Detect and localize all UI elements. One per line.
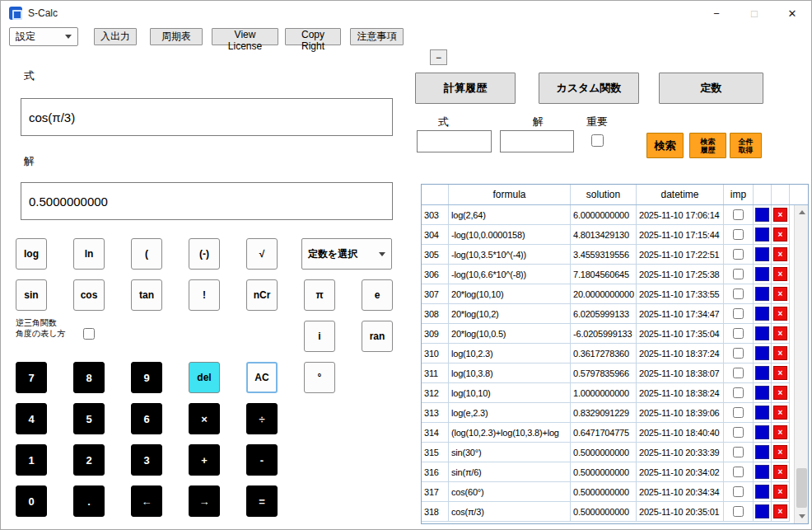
row-delete-button[interactable]: × [773,287,787,301]
key-open-paren[interactable]: ( [131,238,162,270]
row-blue-button[interactable] [755,346,769,360]
key-8[interactable]: 8 [73,362,105,393]
row-blue-button[interactable] [755,247,769,261]
header-imp[interactable]: imp [724,185,754,204]
row-delete-button[interactable]: × [773,307,787,321]
table-row[interactable]: 313 log(e,2.3) 0.8329091229 2025-11-10 1… [422,403,790,423]
vertical-scrollbar[interactable] [794,205,808,523]
key-factorial[interactable]: ! [189,279,220,311]
scroll-thumb[interactable] [796,468,807,508]
table-row[interactable]: 307 20*log(10,10) 20.0000000000 2025-11-… [422,284,790,304]
key-2[interactable]: 2 [73,444,105,476]
row-blue-button[interactable] [755,267,769,281]
row-blue-button[interactable] [755,227,769,242]
header-solution[interactable]: solution [571,185,637,204]
row-blue-button[interactable] [755,326,769,340]
row-imp-checkbox[interactable] [733,407,744,418]
table-row[interactable]: 304 -log(10,0.0000158) 4.8013429130 2025… [422,225,790,245]
row-imp-checkbox[interactable] [733,209,744,220]
key-e[interactable]: e [362,279,393,311]
table-row[interactable]: 306 -log(10,6.6*10^(-8)) 7.1804560645 20… [422,265,790,284]
row-delete-button[interactable]: × [773,485,787,499]
key-divide[interactable]: ÷ [246,403,278,434]
key-right-arrow[interactable]: → [189,485,220,517]
key-ncr[interactable]: nCr [246,279,278,311]
row-imp-checkbox[interactable] [733,486,744,497]
row-blue-button[interactable] [755,366,769,380]
inverse-trig-checkbox[interactable] [83,328,95,340]
io-button[interactable]: 入出力 [94,28,137,45]
copyright-button[interactable]: Copy Right [285,28,341,45]
row-blue-button[interactable] [755,504,769,518]
table-row[interactable]: 311 log(10,3.8) 0.5797835966 2025-11-10 … [422,363,790,383]
row-blue-button[interactable] [755,307,769,321]
row-blue-button[interactable] [755,465,769,479]
row-delete-button[interactable]: × [773,267,787,281]
row-delete-button[interactable]: × [773,386,787,400]
row-delete-button[interactable]: × [773,208,787,222]
row-imp-checkbox[interactable] [733,249,744,260]
row-imp-checkbox[interactable] [733,288,744,299]
key-1[interactable]: 1 [16,444,47,476]
row-blue-button[interactable] [755,287,769,301]
key-degree[interactable]: ° [304,362,335,393]
settings-dropdown[interactable]: 設定 [9,27,78,46]
row-imp-checkbox[interactable] [733,387,744,398]
table-row[interactable]: 308 20*log(10,2) 6.0205999133 2025-11-10… [422,304,790,324]
key-del[interactable]: del [189,362,220,393]
header-formula[interactable]: formula [449,185,571,204]
row-delete-button[interactable]: × [773,425,787,439]
search-formula-input[interactable] [417,130,492,152]
key-6[interactable]: 6 [131,403,162,434]
row-imp-checkbox[interactable] [733,348,744,359]
key-i[interactable]: i [304,321,335,352]
table-row[interactable]: 309 20*log(10,0.5) -6.0205999133 2025-11… [422,324,790,344]
constants-button[interactable]: 定数 [659,73,763,104]
key-subtract[interactable]: - [246,444,278,476]
row-blue-button[interactable] [755,208,769,222]
key-sqrt[interactable]: √ [246,238,278,270]
row-delete-button[interactable]: × [773,445,787,459]
search-solution-input[interactable] [500,130,574,152]
row-blue-button[interactable] [755,406,769,420]
collapse-panel-button[interactable]: − [430,49,447,65]
key-random[interactable]: ran [362,321,393,352]
key-negate[interactable]: (-) [189,238,220,270]
key-7[interactable]: 7 [16,362,47,393]
row-delete-button[interactable]: × [773,366,787,380]
custom-functions-button[interactable]: カスタム関数 [539,73,639,104]
key-ln[interactable]: ln [73,238,105,270]
search-button[interactable]: 検索 [646,133,684,158]
table-row[interactable]: 315 sin(30°) 0.5000000000 2025-11-10 20:… [422,443,790,462]
table-row[interactable]: 314 (log(10,2.3)+log(10,3.8)+log 0.64717… [422,423,790,443]
row-delete-button[interactable]: × [773,406,787,420]
key-3[interactable]: 3 [131,444,162,476]
row-imp-checkbox[interactable] [733,467,744,477]
search-history-button[interactable]: 検索 履歴 [689,133,726,158]
row-imp-checkbox[interactable] [733,506,744,517]
row-delete-button[interactable]: × [773,247,787,261]
table-row[interactable]: 310 log(10,2.3) 0.3617278360 2025-11-10 … [422,344,790,363]
row-imp-checkbox[interactable] [733,269,744,279]
key-add[interactable]: + [189,444,220,476]
table-row[interactable]: 318 cos(π/3) 0.5000000000 2025-11-10 20:… [422,502,790,522]
maximize-button[interactable]: □ [735,1,773,26]
key-log[interactable]: log [16,238,47,270]
header-datetime[interactable]: datetime [637,185,724,204]
important-checkbox[interactable] [591,134,604,147]
row-delete-button[interactable]: × [773,326,787,340]
solution-input[interactable] [21,182,393,220]
periodic-table-button[interactable]: 周期表 [150,28,203,45]
row-imp-checkbox[interactable] [733,328,744,339]
row-imp-checkbox[interactable] [733,427,744,438]
key-4[interactable]: 4 [16,403,47,434]
key-cos[interactable]: cos [73,279,105,311]
calc-history-button[interactable]: 計算履歴 [415,73,516,104]
key-pi[interactable]: π [304,279,335,311]
row-blue-button[interactable] [755,425,769,439]
key-0[interactable]: 0 [16,485,47,517]
table-row[interactable]: 317 cos(60°) 0.5000000000 2025-11-10 20:… [422,482,790,502]
row-blue-button[interactable] [755,386,769,400]
table-row[interactable]: 305 -log(10,3.5*10^(-4)) 3.4559319556 20… [422,245,790,265]
table-row[interactable]: 312 log(10,10) 1.0000000000 2025-11-10 1… [422,383,790,403]
